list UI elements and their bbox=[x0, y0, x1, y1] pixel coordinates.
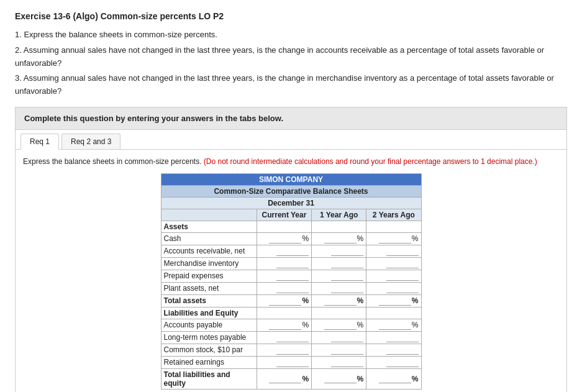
total-assets-current[interactable]: % bbox=[257, 294, 311, 307]
total-le-1yr-input[interactable] bbox=[324, 374, 357, 383]
total-le-label: Total liabilities and equity bbox=[161, 368, 257, 389]
subtitle-header: Common-Size Comparative Balance Sheets bbox=[161, 185, 421, 197]
total-assets-label: Total assets bbox=[161, 294, 257, 307]
instructions-block: 1. Express the balance sheets in common-… bbox=[15, 29, 567, 98]
ap-current-input[interactable] bbox=[269, 321, 301, 330]
plant-2yr[interactable] bbox=[366, 282, 421, 294]
cs-2yr-input[interactable] bbox=[386, 345, 419, 355]
re-current-input[interactable] bbox=[276, 358, 309, 367]
re-2yr[interactable] bbox=[366, 356, 421, 368]
cash-current[interactable]: % bbox=[257, 232, 311, 245]
total-le-2yr-input[interactable] bbox=[379, 374, 411, 383]
total-assets-current-input[interactable] bbox=[269, 296, 301, 306]
plant-2yr-input[interactable] bbox=[386, 284, 419, 293]
assets-header: Assets bbox=[161, 221, 257, 232]
ltnp-1yr[interactable] bbox=[312, 331, 366, 344]
prepaid-current-input[interactable] bbox=[276, 271, 309, 281]
table-wrapper: SIMON COMPANY Common-Size Comparative Ba… bbox=[161, 173, 422, 390]
tab-instruction-plain: Express the balance sheets in common-siz… bbox=[23, 157, 201, 166]
ar-2yr-input[interactable] bbox=[386, 247, 419, 256]
instruction-2: 2. Assuming annual sales have not change… bbox=[15, 44, 567, 70]
re-1yr-input[interactable] bbox=[331, 358, 363, 367]
le-col2 bbox=[312, 307, 366, 319]
cash-2yr-input[interactable] bbox=[379, 234, 411, 244]
ar-1yr[interactable] bbox=[312, 245, 366, 257]
instruction-3: 3. Assuming annual sales have not change… bbox=[15, 72, 567, 98]
cs-current-input[interactable] bbox=[276, 345, 309, 355]
assets-col3 bbox=[366, 221, 421, 232]
tabs-container: Req 1 Req 2 and 3 Express the balance sh… bbox=[15, 130, 567, 392]
inventory-label: Merchandise inventory bbox=[161, 257, 257, 270]
total-assets-1yr[interactable]: % bbox=[312, 294, 366, 307]
date-header: December 31 bbox=[161, 197, 421, 209]
total-le-1yr[interactable]: % bbox=[312, 368, 366, 389]
assets-col1 bbox=[257, 221, 311, 232]
ltnp-1yr-input[interactable] bbox=[331, 333, 363, 342]
ltnp-label: Long-term notes payable bbox=[161, 331, 257, 344]
le-col1 bbox=[257, 307, 311, 319]
cs-1yr-input[interactable] bbox=[331, 345, 363, 355]
prepaid-2yr[interactable] bbox=[366, 270, 421, 282]
ltnp-2yr[interactable] bbox=[366, 331, 421, 344]
tab-instruction: Express the balance sheets in common-siz… bbox=[23, 156, 559, 167]
inventory-current[interactable] bbox=[257, 257, 311, 270]
ar-current[interactable] bbox=[257, 245, 311, 257]
total-le-2yr[interactable]: % bbox=[366, 368, 421, 389]
cash-2yr[interactable]: % bbox=[366, 232, 421, 245]
ltnp-current-input[interactable] bbox=[276, 333, 309, 342]
assets-col2 bbox=[312, 221, 366, 232]
ar-2yr[interactable] bbox=[366, 245, 421, 257]
re-2yr-input[interactable] bbox=[386, 358, 419, 367]
prepaid-1yr-input[interactable] bbox=[331, 271, 363, 281]
col-header-current: Current Year bbox=[257, 209, 311, 221]
tab-instruction-red: (Do not round intermediate calculations … bbox=[204, 157, 537, 166]
re-label: Retained earnings bbox=[161, 356, 257, 368]
total-assets-2yr[interactable]: % bbox=[366, 294, 421, 307]
cs-label: Common stock, $10 par bbox=[161, 344, 257, 356]
balance-sheet-table: SIMON COMPANY Common-Size Comparative Ba… bbox=[161, 173, 422, 390]
tab-content: Express the balance sheets in common-siz… bbox=[16, 150, 566, 392]
ap-1yr[interactable]: % bbox=[312, 319, 366, 331]
cs-2yr[interactable] bbox=[366, 344, 421, 356]
tab-req1[interactable]: Req 1 bbox=[20, 134, 59, 150]
ap-current[interactable]: % bbox=[257, 319, 311, 331]
inventory-2yr-input[interactable] bbox=[386, 259, 419, 268]
ltnp-2yr-input[interactable] bbox=[386, 333, 419, 342]
liabilities-equity-header: Liabilities and Equity bbox=[161, 307, 257, 319]
plant-current-input[interactable] bbox=[276, 284, 309, 293]
tabs-row: Req 1 Req 2 and 3 bbox=[16, 130, 566, 150]
cash-1yr-input[interactable] bbox=[324, 234, 357, 244]
cs-1yr[interactable] bbox=[312, 344, 366, 356]
col-header-label bbox=[161, 209, 257, 221]
total-le-current-input[interactable] bbox=[269, 374, 301, 383]
inventory-1yr[interactable] bbox=[312, 257, 366, 270]
ap-2yr-input[interactable] bbox=[379, 321, 411, 330]
plant-1yr[interactable] bbox=[312, 282, 366, 294]
prepaid-current[interactable] bbox=[257, 270, 311, 282]
prepaid-1yr[interactable] bbox=[312, 270, 366, 282]
ar-current-input[interactable] bbox=[276, 247, 309, 256]
prepaid-label: Prepaid expenses bbox=[161, 270, 257, 282]
tab-req2and3[interactable]: Req 2 and 3 bbox=[61, 134, 120, 149]
total-assets-2yr-input[interactable] bbox=[379, 296, 411, 306]
prepaid-2yr-input[interactable] bbox=[386, 271, 419, 281]
inventory-current-input[interactable] bbox=[276, 259, 309, 268]
cs-current[interactable] bbox=[257, 344, 311, 356]
ar-label: Accounts receivable, net bbox=[161, 245, 257, 257]
re-1yr[interactable] bbox=[312, 356, 366, 368]
ar-1yr-input[interactable] bbox=[331, 247, 363, 256]
inventory-2yr[interactable] bbox=[366, 257, 421, 270]
plant-current[interactable] bbox=[257, 282, 311, 294]
total-le-current[interactable]: % bbox=[257, 368, 311, 389]
ap-1yr-input[interactable] bbox=[324, 321, 357, 330]
cash-current-input[interactable] bbox=[269, 234, 301, 244]
cash-1yr[interactable]: % bbox=[312, 232, 366, 245]
plant-1yr-input[interactable] bbox=[331, 284, 363, 293]
inventory-1yr-input[interactable] bbox=[331, 259, 363, 268]
instruction-1: 1. Express the balance sheets in common-… bbox=[15, 29, 567, 42]
plant-label: Plant assets, net bbox=[161, 282, 257, 294]
total-assets-1yr-input[interactable] bbox=[324, 296, 357, 306]
re-current[interactable] bbox=[257, 356, 311, 368]
ap-2yr[interactable]: % bbox=[366, 319, 421, 331]
ltnp-current[interactable] bbox=[257, 331, 311, 344]
